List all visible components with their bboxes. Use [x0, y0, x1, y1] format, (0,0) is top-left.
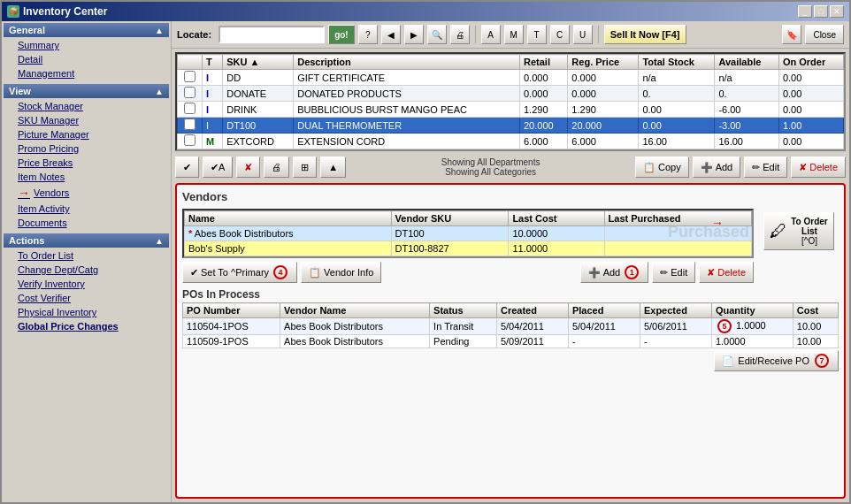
u-button[interactable]: U: [573, 25, 593, 44]
sidebar-item-summary[interactable]: Summary: [4, 38, 169, 52]
inventory-table-wrapper[interactable]: T SKU ▲ Description Retail Reg. Price To…: [175, 52, 846, 151]
sidebar-item-picture-manager[interactable]: Picture Manager: [4, 127, 169, 141]
window-close-button[interactable]: ✕: [830, 5, 844, 18]
sidebar-actions-header: Actions ▲: [4, 233, 169, 248]
sidebar-general-header: General ▲: [4, 23, 169, 37]
vendor-row-primary[interactable]: * Abes Book Distributors DT100 10.0000 P…: [185, 226, 752, 241]
bookmark-button[interactable]: 🔖: [782, 25, 801, 44]
sidebar-item-documents[interactable]: Documents: [4, 216, 169, 230]
table-row[interactable]: I DRINK BUBBLICIOUS BURST MANGO PEAC 1.2…: [178, 102, 844, 118]
row-checkbox[interactable]: [184, 103, 196, 114]
row-checkbox[interactable]: [184, 134, 196, 146]
view-collapse-icon[interactable]: ▲: [155, 87, 164, 96]
m-button[interactable]: M: [504, 25, 524, 44]
col-available[interactable]: Available: [715, 55, 779, 70]
general-collapse-icon[interactable]: ▲: [155, 26, 164, 35]
c-button[interactable]: C: [550, 25, 570, 44]
sidebar-item-price-breaks[interactable]: Price Breaks: [4, 156, 169, 170]
print-list-button[interactable]: 🖨: [264, 157, 289, 178]
sidebar-item-stock-manager[interactable]: Stock Manager: [4, 99, 169, 113]
row-checkbox[interactable]: [184, 118, 196, 130]
annotation-1: 1: [625, 265, 639, 279]
table-row-selected[interactable]: I DT100 DUAL THERMOMETER 20.000 20.000 0…: [178, 118, 844, 134]
col-total-stock[interactable]: Total Stock: [639, 55, 715, 70]
edit-vendor-button[interactable]: ✏ Edit: [652, 262, 695, 283]
check-button[interactable]: ✔: [175, 157, 199, 178]
print-button[interactable]: 🖨: [450, 25, 470, 44]
maximize-button[interactable]: □: [814, 5, 828, 18]
delete-vendor-button[interactable]: ✘ Delete: [699, 262, 754, 283]
sidebar-item-cost-verifier[interactable]: Cost Verifier: [4, 291, 169, 305]
main-window: 📦 Inventory Center _ □ ✕ General ▲ Summa…: [0, 0, 851, 504]
add-item-button[interactable]: ➕ Add: [693, 157, 741, 178]
vendor-row[interactable]: Bob's Supply DT100-8827 11.0000: [185, 241, 752, 256]
a-button[interactable]: A: [481, 25, 501, 44]
forward-button[interactable]: ▶: [404, 25, 424, 44]
sidebar-item-physical-inventory[interactable]: Physical Inventory: [4, 305, 169, 319]
delete-item-button[interactable]: ✘ Delete: [791, 157, 846, 178]
check-a-button[interactable]: ✔A: [203, 157, 233, 178]
po-title: POs In Process: [182, 288, 839, 301]
action-bar: ✔ ✔A ✘ 🖨 ⊞ ▲ Showing All Departments Sho…: [175, 155, 846, 179]
order-list-icon: 🖊: [770, 221, 787, 241]
col-description[interactable]: Description: [294, 55, 520, 70]
sidebar-item-to-order-list[interactable]: To Order List: [4, 248, 169, 263]
add-vendor-button[interactable]: ➕ Add 1: [580, 262, 649, 283]
po-section: POs In Process PO Number Vendor Name Sta…: [182, 288, 839, 371]
minimize-button[interactable]: _: [798, 5, 812, 18]
col-type[interactable]: T: [203, 55, 223, 70]
type-indicator: I: [206, 104, 209, 115]
red-arrow-right: →: [711, 216, 724, 230]
sidebar-item-promo-pricing[interactable]: Promo Pricing: [4, 141, 169, 156]
po-actions-row: 📄 Edit/Receive PO 7: [182, 350, 839, 371]
help-button[interactable]: ?: [358, 25, 378, 44]
back-button[interactable]: ◀: [381, 25, 401, 44]
sidebar-item-change-dept[interactable]: Change Dept/Catg: [4, 263, 169, 277]
po-row[interactable]: 110509-1POS Abes Book Distributors Pendi…: [183, 335, 839, 348]
columns-button[interactable]: ⊞: [293, 157, 317, 178]
t-button[interactable]: T: [527, 25, 547, 44]
edit-item-button[interactable]: ✏ Edit: [744, 157, 787, 178]
col-reg-price[interactable]: Reg. Price: [568, 55, 639, 70]
row-checkbox[interactable]: [184, 87, 196, 98]
go-button[interactable]: go!: [328, 25, 355, 44]
up-button[interactable]: ▲: [320, 157, 346, 178]
row-checkbox[interactable]: [184, 71, 196, 82]
window-title: Inventory Center: [23, 5, 107, 18]
po-col-cost: Cost: [793, 303, 838, 318]
sidebar-item-item-notes[interactable]: Item Notes: [4, 170, 169, 184]
po-row[interactable]: 110504-1POS Abes Book Distributors In Tr…: [183, 318, 839, 335]
sidebar-item-verify-inventory[interactable]: Verify Inventory: [4, 277, 169, 291]
search-button[interactable]: 🔍: [427, 25, 447, 44]
table-row[interactable]: I DONATE DONATED PRODUCTS 0.000 0.000 0.…: [178, 86, 844, 102]
sidebar-item-management[interactable]: Management: [4, 66, 169, 80]
sidebar-item-sku-manager[interactable]: SKU Manager: [4, 113, 169, 127]
vendor-info-button[interactable]: 📋 Vendor Info: [301, 262, 381, 283]
edit-icon: ✏: [752, 162, 760, 173]
edit-receive-button[interactable]: 📄 Edit/Receive PO 7: [714, 350, 839, 371]
close-button[interactable]: Close: [805, 25, 844, 44]
locate-label: Locate:: [177, 29, 211, 40]
col-on-order[interactable]: On Order: [778, 55, 843, 70]
copy-icon: 📋: [643, 162, 656, 173]
sidebar-item-detail[interactable]: Detail: [4, 52, 169, 66]
uncheck-button[interactable]: ✘: [236, 157, 260, 178]
col-retail[interactable]: Retail: [520, 55, 568, 70]
sidebar-item-item-activity[interactable]: Item Activity: [4, 202, 169, 216]
sell-now-button[interactable]: Sell It Now [F4]: [604, 25, 686, 44]
table-row[interactable]: M EXTCORD EXTENSION CORD 6.000 6.000 16.…: [178, 134, 844, 149]
copy-button[interactable]: 📋 Copy: [635, 157, 689, 178]
grid-area: T SKU ▲ Description Retail Reg. Price To…: [172, 49, 849, 502]
actions-collapse-icon[interactable]: ▲: [155, 236, 164, 246]
po-table-wrapper[interactable]: PO Number Vendor Name Status Created Pla…: [182, 302, 839, 348]
locate-input[interactable]: [218, 26, 325, 43]
col-sku[interactable]: SKU ▲: [223, 55, 294, 70]
sidebar-item-global-price-changes[interactable]: Global Price Changes: [4, 319, 169, 333]
set-primary-button[interactable]: ✔ Set To ^Primary 4: [182, 262, 297, 283]
type-indicator: M: [206, 136, 214, 147]
to-order-list-button[interactable]: 🖊 To Order List [^O]: [763, 212, 834, 250]
vendor-table-wrapper[interactable]: Name Vendor SKU Last Cost Last Purchased: [182, 209, 754, 258]
table-row[interactable]: I DD GIFT CERTIFICATE 0.000 0.000 n/a n/…: [178, 70, 844, 86]
sidebar-item-vendors[interactable]: → Vendors: [4, 184, 169, 202]
delete-icon: ✘: [799, 162, 807, 173]
